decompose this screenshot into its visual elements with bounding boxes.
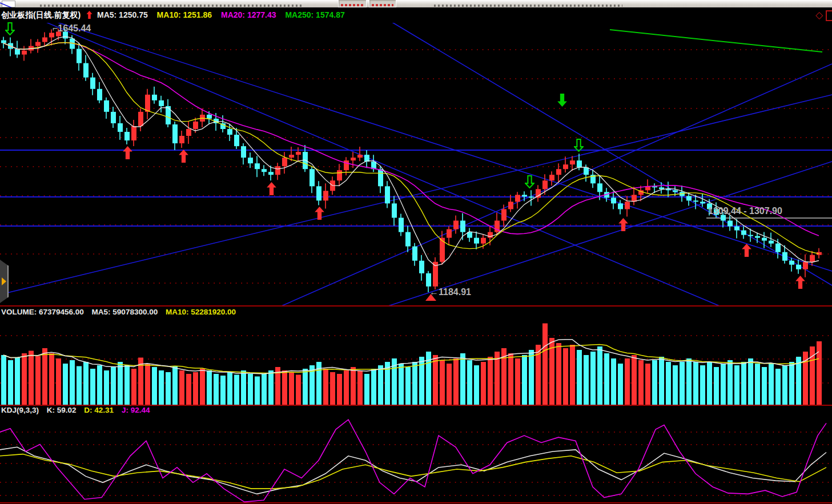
chart-header: 创业板指(日线.前复权) MA5: 1250.75 MA10: 1251.86 … (0, 7, 832, 23)
volume-panel[interactable] (0, 307, 832, 405)
buy-signal-arrow-icon (795, 276, 805, 289)
buy-signal-arrow-icon (267, 182, 276, 195)
up-trend-arrow-icon (86, 9, 93, 23)
buy-signal-arrow-icon (123, 146, 132, 159)
k-value: K: 59.02 (47, 406, 77, 414)
sell-signal-arrow-icon (557, 94, 567, 107)
vol-ma5-value: MA5: 59078300.00 (92, 308, 158, 316)
low-point-triangle-icon (425, 294, 436, 301)
ma5-value: MA5: 1250.75 (97, 10, 148, 19)
instrument-title: 创业板指(日线.前复权) (1, 10, 81, 19)
low-price-label: 1184.91 (439, 287, 471, 297)
volume-header: VOLUME: 67379456.00 MA5: 59078300.00 MA1… (1, 308, 242, 316)
range-annotation: 1309.44 - 1307.90 (708, 206, 782, 216)
high-price-annotation: ⌐1645.44 (53, 23, 91, 34)
ma20-value: MA20: 1277.43 (221, 10, 276, 19)
buy-signal-arrow-icon (179, 150, 188, 163)
ma10-value: MA10: 1251.86 (157, 10, 212, 19)
kdj-label: KDJ(9,3,3) (1, 406, 39, 414)
buy-signal-arrow-icon (618, 218, 628, 231)
high-price-label: 1645.44 (58, 23, 91, 33)
panel-expand-handle[interactable] (0, 260, 9, 303)
j-value: J: 92.44 (122, 406, 150, 414)
sell-signal-hollow-arrow-icon (525, 175, 534, 188)
buy-signal-arrow-icon (315, 207, 324, 220)
kdj-panel[interactable] (0, 406, 832, 504)
high-pointer-icon: ⌐ (53, 23, 58, 33)
ma250-value: MA250: 1574.87 (285, 10, 344, 19)
d-value: D: 42.31 (84, 406, 114, 414)
handle-arrow-icon (2, 277, 6, 285)
clipped-box-icon (826, 10, 832, 21)
volume-value: VOLUME: 67379456.00 (1, 308, 84, 316)
vol-ma10-value: MA10: 52281920.00 (166, 308, 236, 316)
kdj-header: KDJ(9,3,3) K: 59.02 D: 42.31 J: 92.44 (1, 406, 150, 414)
main-price-panel[interactable] (0, 23, 832, 306)
diamond-icon[interactable]: ◇ (815, 7, 823, 23)
range-label: 1309.44 - 1307.90 (708, 206, 782, 216)
sell-signal-hollow-arrow-icon (574, 139, 584, 152)
sell-signal-hollow-arrow-icon (5, 22, 15, 35)
stock-chart-window: 创业板指(日线.前复权) MA5: 1250.75 MA10: 1251.86 … (0, 0, 832, 504)
buy-signal-arrow-icon (742, 244, 751, 257)
